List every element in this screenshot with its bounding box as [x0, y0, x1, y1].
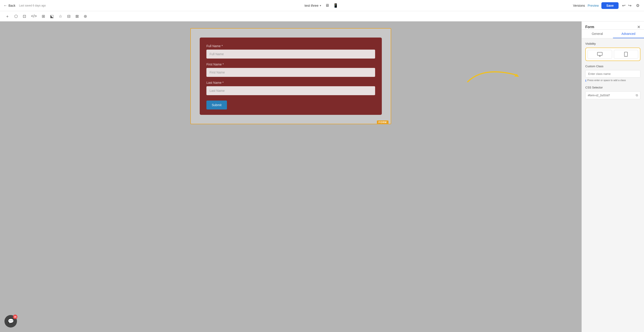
project-name-label: test three: [304, 4, 319, 7]
grid-button[interactable]: ⊞: [40, 13, 47, 20]
copy-icon[interactable]: ⧉: [636, 93, 638, 97]
chat-icon: 💬: [8, 318, 14, 324]
desktop-icon: [597, 52, 602, 57]
first-name-input[interactable]: [206, 68, 375, 77]
chat-widget[interactable]: 💬 30: [4, 315, 17, 327]
help-text-content: Press enter or space to add a class: [587, 79, 626, 82]
panel-tabs: General Advanced: [582, 30, 644, 38]
save-button[interactable]: Save: [602, 2, 618, 9]
form-badge: FORM: [377, 120, 388, 124]
svg-point-5: [626, 56, 626, 56]
css-selector-section: CSS Selector #form-o2_2ufJUd7 ⧉: [585, 86, 640, 99]
panel-title: Form: [585, 25, 594, 29]
last-name-field: Last Name *: [206, 81, 375, 95]
visibility-box: [585, 48, 640, 61]
saved-status: Last saved 6 days ago: [19, 4, 46, 7]
desktop-view-button[interactable]: 🖥: [324, 2, 330, 9]
top-bar-right: Versions Preview Save ↩ ↪ ⚙: [573, 2, 640, 9]
top-bar-left: ← Back Last saved 6 days ago: [4, 4, 46, 8]
svg-marker-0: [514, 74, 519, 77]
add-element-button[interactable]: ＋: [4, 12, 11, 20]
redo-button[interactable]: ↪: [627, 2, 632, 9]
last-name-label: Last Name *: [206, 81, 375, 84]
form-inner: Full Name * First Name * Last Name * Sub…: [200, 38, 382, 115]
full-name-input[interactable]: [206, 50, 375, 59]
star-button[interactable]: ☆: [57, 13, 64, 20]
tab-advanced[interactable]: Advanced: [613, 30, 644, 38]
undo-redo-group: ↩ ↪: [621, 2, 632, 9]
canvas-form-wrapper[interactable]: Full Name * First Name * Last Name * Sub…: [190, 28, 391, 124]
panel-content: Visibility Custom: [582, 38, 644, 332]
pages-button[interactable]: ⊡: [21, 13, 28, 20]
first-name-label: First Name *: [206, 63, 375, 66]
top-bar-center: test three ▾ 🖥 📱: [304, 2, 340, 9]
visibility-label: Visibility: [585, 42, 640, 45]
view-toggle: 🖥 📱: [324, 2, 340, 9]
versions-button[interactable]: Versions: [573, 4, 585, 7]
section-button[interactable]: ⊠: [74, 13, 80, 20]
layers-button[interactable]: ⬡: [12, 13, 20, 20]
back-arrow-icon: ←: [4, 4, 7, 8]
last-name-input[interactable]: [206, 86, 375, 95]
mobile-visibility-button[interactable]: [614, 50, 638, 59]
help-text: ℹ Press enter or space to add a class: [585, 79, 640, 82]
tab-general[interactable]: General: [582, 30, 613, 38]
panel-close-button[interactable]: ✕: [637, 25, 640, 30]
desktop-visibility-button[interactable]: [588, 50, 612, 59]
right-panel: Form ✕ General Advanced Visibility: [582, 22, 644, 332]
full-name-field: Full Name *: [206, 44, 375, 59]
mobile-view-button[interactable]: 📱: [332, 2, 340, 9]
custom-class-input[interactable]: [585, 70, 640, 78]
preview-button[interactable]: Preview: [588, 4, 599, 7]
info-icon: ℹ: [585, 79, 586, 82]
full-name-label: Full Name *: [206, 44, 375, 48]
svg-rect-1: [597, 52, 602, 55]
code-button[interactable]: </>: [29, 13, 38, 20]
settings-button[interactable]: ⚙: [635, 2, 640, 9]
arrow-annotation: [466, 62, 524, 91]
media-button[interactable]: ⬕: [48, 13, 56, 20]
panel-header: Form ✕: [582, 22, 644, 30]
submit-button[interactable]: Submit: [206, 101, 227, 109]
chevron-down-icon: ▾: [320, 4, 321, 7]
chat-badge: 30: [13, 314, 18, 319]
custom-class-label: Custom Class: [585, 65, 640, 68]
main-layout: Full Name * First Name * Last Name * Sub…: [0, 22, 644, 332]
toolbar: ＋ ⬡ ⊡ </> ⊞ ⬕ ☆ ⊟ ⊠ ⊛: [0, 11, 644, 22]
custom-class-section: Custom Class ℹ Press enter or space to a…: [585, 65, 640, 82]
back-label: Back: [8, 4, 16, 7]
css-selector-value: #form-o2_2ufJUd7: [588, 94, 610, 97]
block-button[interactable]: ⊟: [66, 13, 72, 20]
settings2-button[interactable]: ⊛: [82, 13, 89, 20]
undo-button[interactable]: ↩: [621, 2, 626, 9]
back-button[interactable]: ← Back: [4, 4, 16, 8]
css-selector-row: #form-o2_2ufJUd7 ⧉: [585, 91, 640, 99]
css-selector-label: CSS Selector: [585, 86, 640, 89]
project-name-button[interactable]: test three ▾: [304, 4, 321, 7]
canvas-area[interactable]: Full Name * First Name * Last Name * Sub…: [0, 22, 582, 332]
top-bar: ← Back Last saved 6 days ago test three …: [0, 0, 644, 11]
mobile-icon: [624, 52, 628, 57]
first-name-field: First Name *: [206, 63, 375, 77]
